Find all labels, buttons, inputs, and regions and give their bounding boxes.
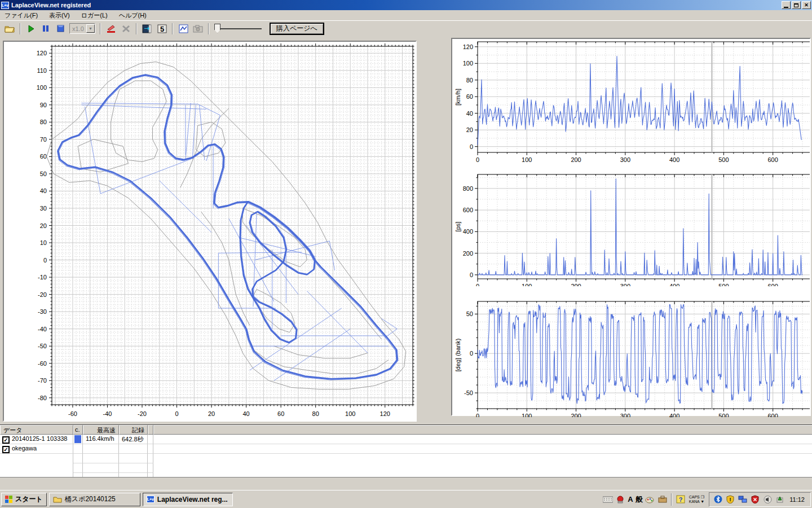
menu-view[interactable]: 表示(V) — [45, 10, 74, 21]
playback-speed-select[interactable]: x1.0 ▼ — [69, 23, 95, 34]
taskbar-app-label: LaplaceView.net reg... — [157, 496, 228, 503]
row-spacer — [148, 444, 153, 454]
slider-handle[interactable] — [214, 24, 220, 33]
timeline-slider[interactable] — [214, 23, 263, 34]
ime-caps-kana-indicator[interactable]: CAPS ❐ KANA ▼ — [689, 495, 705, 504]
close-button[interactable]: ✕ — [802, 1, 811, 9]
svg-text:300: 300 — [620, 413, 630, 417]
column-header-color[interactable]: c. — [73, 425, 83, 435]
minimize-button[interactable] — [782, 1, 791, 9]
keyboard-layout-icon[interactable] — [603, 494, 613, 505]
toolbar-separator — [208, 23, 209, 34]
security-alert-shield-icon[interactable] — [750, 494, 760, 505]
svg-text:500: 500 — [718, 156, 729, 163]
open-folder-button[interactable] — [3, 23, 16, 34]
window-title: LaplaceView.net registered — [11, 2, 780, 8]
track-map-chart: 1201101009080706050403020100-10-20-30-40… — [4, 42, 414, 419]
trace-color-swatch[interactable] — [74, 435, 81, 443]
ime-conversion-mode[interactable]: 般 — [636, 494, 643, 505]
bank-y-axis-label: [deg] (bank) — [454, 339, 461, 372]
svg-text:40: 40 — [40, 187, 47, 194]
update-icon[interactable] — [775, 494, 785, 505]
bank-angle-chart: -500500100200300400500600[deg] (bank) — [452, 287, 810, 417]
ime-input-mode[interactable]: A — [628, 495, 633, 503]
row-checkbox[interactable]: ✓ — [3, 446, 9, 453]
pause-button[interactable] — [39, 23, 52, 34]
stop-button[interactable] — [54, 23, 67, 34]
security-warning-shield-icon[interactable]: ! — [725, 494, 735, 505]
table-row[interactable]: ✓20140125-1 103338 116.4km/h 642.8秒 — [0, 435, 812, 444]
toolbar-separator — [100, 23, 101, 34]
svg-text:-80: -80 — [38, 395, 47, 401]
svg-text:400: 400 — [669, 283, 679, 286]
marker-button[interactable] — [105, 23, 117, 34]
taskbar-folder-button[interactable]: 桶スポ20140125 — [49, 493, 140, 506]
svg-text:120: 120 — [380, 410, 390, 417]
start-label: スタート — [15, 494, 43, 504]
row-spacer — [148, 435, 153, 444]
table-header-row: データ c. 最高速 記録 — [0, 425, 812, 435]
taskbar-clock[interactable]: 11:12 — [789, 496, 805, 503]
column-header-max-speed[interactable]: 最高速 — [83, 425, 119, 435]
play-button[interactable] — [25, 23, 37, 34]
toolbar: x1.0 ▼ 5 購入ページへ — [0, 20, 812, 36]
volume-icon[interactable] — [762, 494, 773, 505]
svg-text:60: 60 — [466, 93, 473, 100]
menu-help[interactable]: ヘルプ(H) — [114, 10, 151, 21]
power-grid — [478, 174, 810, 279]
svg-text:60: 60 — [40, 153, 47, 160]
start-button[interactable]: スタート — [1, 493, 47, 506]
line-chart-button[interactable] — [177, 23, 189, 34]
svg-text:80: 80 — [312, 410, 319, 417]
menu-file[interactable]: ファイル(F) — [0, 10, 42, 21]
column-header-record[interactable]: 記録 — [119, 425, 148, 435]
lap-counter-button[interactable]: 5 — [156, 23, 168, 34]
table-row[interactable]: ✓okegawa — [0, 444, 812, 454]
line-chart-icon — [179, 24, 188, 33]
svg-text:80: 80 — [40, 119, 47, 125]
session-table: データ c. 最高速 記録 ✓20140125-1 103338 116.4km… — [0, 424, 812, 477]
snapshot-button[interactable] — [192, 23, 204, 34]
svg-text:40: 40 — [242, 410, 249, 417]
system-tray: ! 11:12 — [709, 492, 811, 507]
svg-text:200: 200 — [463, 250, 473, 257]
svg-text:20: 20 — [466, 126, 473, 133]
svg-text:-60: -60 — [68, 410, 77, 417]
menu-logger[interactable]: ロガー(L) — [77, 10, 112, 21]
svg-text:600: 600 — [767, 413, 778, 417]
record-length-value: 642.8秒 — [119, 435, 148, 444]
taskbar-app-button[interactable]: L+v LaplaceView.net reg... — [143, 493, 233, 506]
restore-button[interactable] — [792, 1, 801, 9]
session-name: 20140125-1 103338 — [12, 435, 67, 442]
svg-text:300: 300 — [620, 283, 630, 286]
svg-text:-60: -60 — [38, 360, 47, 367]
taskbar: スタート 桶スポ20140125 L+v LaplaceView.net reg… — [0, 490, 812, 508]
buy-page-button[interactable]: 購入ページへ — [270, 23, 324, 35]
bluetooth-icon[interactable] — [713, 494, 723, 505]
pointing-device-icon[interactable] — [615, 494, 625, 505]
menu-bar: ファイル(F) 表示(V) ロガー(L) ヘルプ(H) — [0, 10, 812, 20]
svg-text:-70: -70 — [38, 377, 47, 384]
monitor-button[interactable] — [141, 23, 153, 34]
svg-text:-40: -40 — [38, 326, 47, 332]
tray-separator — [671, 493, 672, 506]
row-checkbox[interactable]: ✓ — [3, 437, 9, 443]
speed-chart: 0204060801001200100200300400500600[km/h] — [452, 39, 810, 170]
svg-text:200: 200 — [571, 156, 581, 163]
svg-text:100: 100 — [37, 84, 47, 91]
column-header-data[interactable]: データ — [0, 425, 73, 435]
row-rest — [153, 435, 812, 444]
playback-speed-value: x1.0 — [72, 25, 84, 32]
svg-text:120: 120 — [463, 43, 473, 50]
ime-pad-icon[interactable] — [645, 494, 655, 505]
network-icon[interactable] — [738, 494, 748, 505]
speed-plot-border — [478, 42, 810, 152]
svg-text:120: 120 — [37, 50, 47, 56]
ime-help-button[interactable]: ? — [676, 494, 686, 505]
ime-tools-icon[interactable] — [657, 494, 668, 505]
title-bar: L+v LaplaceView.net registered ✕ — [0, 0, 812, 10]
delete-button[interactable] — [120, 23, 132, 34]
svg-text:0: 0 — [470, 350, 473, 357]
record-length-value — [119, 444, 148, 454]
toolbar-separator — [136, 23, 137, 34]
